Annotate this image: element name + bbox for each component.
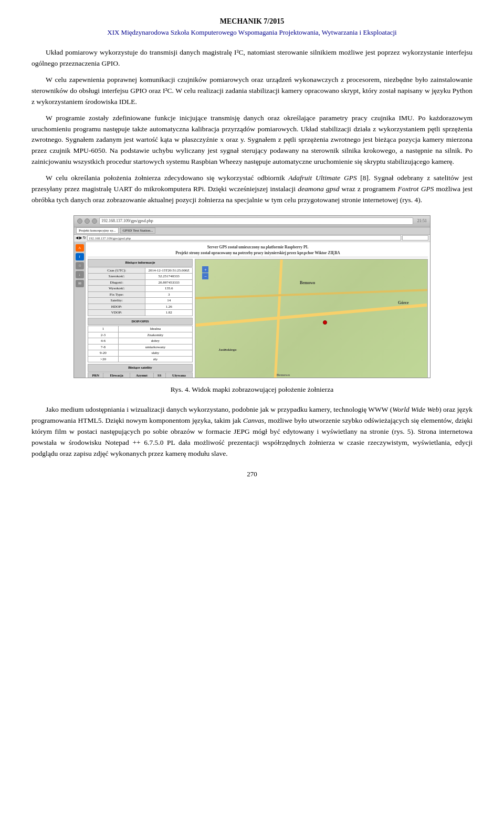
gps-value: 1.82 — [145, 310, 193, 316]
gps-label: Szerokość: — [88, 274, 145, 280]
page-number: 270 — [32, 469, 472, 479]
figure-caption: Rys. 4. Widok mapki zobrazowującej położ… — [32, 384, 472, 395]
dop-label: Idealna — [118, 326, 192, 332]
paragraph-gps: W celu określania położenia żołnierza zd… — [32, 173, 472, 206]
browser-content: A f ☆ ↓ ✉ Server GPS został umieszczony … — [74, 242, 430, 378]
paragraph-www: Jako medium udostępniania i wizualizacji… — [32, 404, 472, 460]
active-tab: Projekt koncepcyjny sy... — [76, 227, 119, 234]
gps-label: Czas (UTC): — [88, 267, 145, 274]
dop-label: słaby — [118, 350, 192, 357]
map-label-gorce: Górce — [398, 300, 409, 306]
map-label-bemowo: Bemowo — [300, 280, 315, 286]
gps-value: 1.26 — [145, 304, 193, 310]
url-bar: 192.168.137.109/gps/gpsd.php — [87, 235, 401, 241]
gps-value: 3 — [145, 291, 193, 298]
browser-btn-1 — [77, 218, 82, 224]
gps-value: 135.6 — [145, 286, 193, 292]
map-panel: Bemowo Jasińskiego Górce Bemowo + − — [195, 259, 428, 378]
gps-info-table: Czas (UTC):2014-12-15T20:51:25.000ZSzero… — [88, 267, 193, 316]
gps-label: VDOP: — [88, 310, 145, 316]
paragraph-4: W programie zostały zdefiniowane funkcje… — [32, 113, 472, 168]
map-label-bemowo2: Bemowo — [277, 372, 290, 378]
fwd-icon: ▶ — [79, 235, 82, 241]
dop-table: 1Idealna2-3Znakomity4-6dobry7-8umiarkowa… — [88, 326, 193, 362]
sidebar-icon-3: ☆ — [76, 262, 84, 269]
screenshot: 192.168.137.109/gps/gpsd.php 21:51 Proje… — [74, 215, 430, 378]
browser-btn-2 — [85, 218, 90, 224]
satellite-col-header: Używana — [165, 372, 192, 378]
browser-time: 21:51 — [417, 218, 427, 224]
paragraph-1: Układ pomiarowy wykorzystuje do transmis… — [32, 47, 472, 69]
dop-value: 4-6 — [88, 338, 119, 345]
browser-sidebar: A f ☆ ↓ ✉ — [74, 242, 86, 378]
satellite-col-header: SS — [153, 372, 165, 378]
sidebar-icon-1: A — [76, 244, 84, 252]
dop-value: 1 — [88, 326, 119, 332]
gps-label: Długość: — [88, 279, 145, 286]
map-bg — [195, 259, 427, 378]
gps-left-panel: Bieżące informacje Czas (UTC):2014-12-15… — [88, 259, 193, 378]
gps-label: Wysokość: — [88, 286, 145, 292]
sidebar-icon-5: ✉ — [76, 280, 84, 287]
reload-icon: ↻ — [83, 235, 86, 241]
satellite-col-header: Elewacja — [103, 372, 130, 378]
paragraph-2-3: W celu zapewnienia poprawnej komunikacji… — [32, 75, 472, 108]
dop-value: >20 — [88, 356, 119, 362]
dop-value: 2-3 — [88, 332, 119, 338]
gps-value: 2014-12-15T20:51:25.000Z — [145, 267, 193, 274]
gps-label: Satelity: — [88, 298, 145, 304]
sidebar-icon-2: f — [76, 253, 84, 260]
map-controls: + − — [202, 266, 208, 279]
conference-title: XIX Międzynarodowa Szkoła Komputerowego … — [32, 27, 472, 38]
back-icon: ◀ — [76, 235, 78, 241]
zoom-in-btn[interactable]: + — [202, 266, 208, 273]
zoom-out-btn[interactable]: − — [202, 273, 208, 279]
map-label-jasinskiego: Jasińskiego — [218, 347, 236, 353]
satellite-col-header: Azymut — [130, 372, 153, 378]
gps-label: Fix Type: — [88, 291, 145, 298]
dop-label: zły — [118, 356, 192, 362]
page-header: MECHANIK 7/2015 XIX Międzynarodowa Szkoł… — [32, 16, 472, 38]
gps-layout: Bieżące informacje Czas (UTC):2014-12-15… — [88, 259, 428, 378]
browser-toolbar: ◀ ▶ ↻ 192.168.137.109/gps/gpsd.php — [74, 235, 430, 242]
gps-value: 14 — [145, 298, 193, 304]
browser-btn-3 — [92, 218, 97, 224]
tab-2: GPSD Test Station... — [120, 227, 156, 234]
browser-addressbar: 192.168.137.109/gps/gpsd.php — [99, 217, 413, 225]
dop-label: umiarkowany — [118, 344, 192, 350]
journal-title: MECHANIK 7/2015 — [32, 16, 472, 27]
sidebar-icon-4: ↓ — [76, 271, 84, 278]
dop-title: DOP/OPIS — [88, 318, 193, 326]
browser-chrome: 192.168.137.109/gps/gpsd.php 21:51 — [74, 216, 430, 227]
satellite-col-header: PRN — [88, 372, 103, 378]
figure-4: 192.168.137.109/gps/gpsd.php 21:51 Proje… — [32, 215, 472, 395]
gps-info-title: Bieżące informacje — [88, 259, 193, 267]
satellite-table: PRNElewacjaAzymutSSUżywana 156026917T264… — [88, 372, 193, 378]
gps-value: 52.251748333 — [145, 274, 193, 280]
dop-label: Znakomity — [118, 332, 192, 338]
satellites-title: Bieżące satelity — [88, 364, 193, 372]
browser-main-content: Server GPS został umieszczony na platfor… — [86, 242, 430, 378]
gps-value: 20.897453333 — [145, 279, 193, 286]
gps-label: HDOP: — [88, 304, 145, 310]
map-gps-dot — [323, 320, 327, 325]
search-bar — [402, 235, 428, 241]
dop-value: 9-20 — [88, 350, 119, 357]
browser-tabs: Projekt koncepcyjny sy... GPSD Test Stat… — [74, 227, 430, 235]
dop-value: 7-8 — [88, 344, 119, 350]
dop-label: dobry — [118, 338, 192, 345]
gps-server-header: Server GPS został umieszczony na platfor… — [88, 244, 428, 258]
